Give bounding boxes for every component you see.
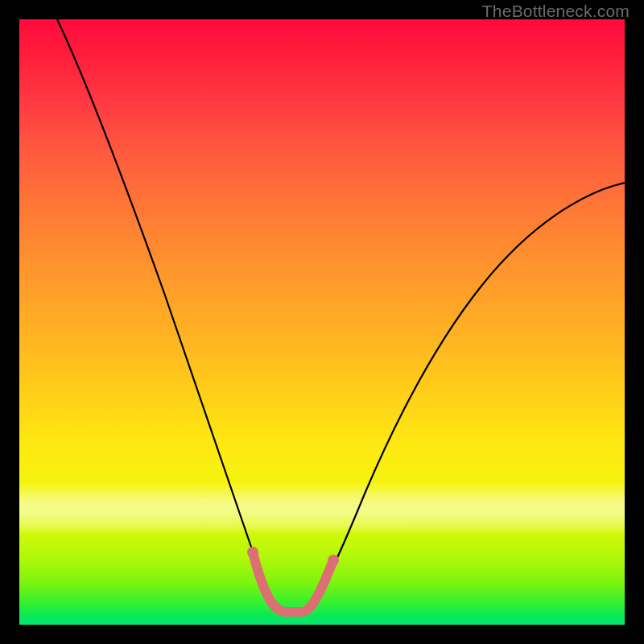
plot-area bbox=[19, 19, 625, 625]
optimal-dot-left bbox=[247, 547, 258, 558]
chart-frame: TheBottleneck.com bbox=[0, 0, 644, 644]
bottleneck-curve bbox=[19, 19, 625, 625]
watermark-text: TheBottleneck.com bbox=[482, 2, 630, 21]
optimal-dot-right bbox=[328, 555, 339, 566]
curve-path bbox=[57, 19, 625, 611]
optimal-segment bbox=[253, 552, 333, 612]
